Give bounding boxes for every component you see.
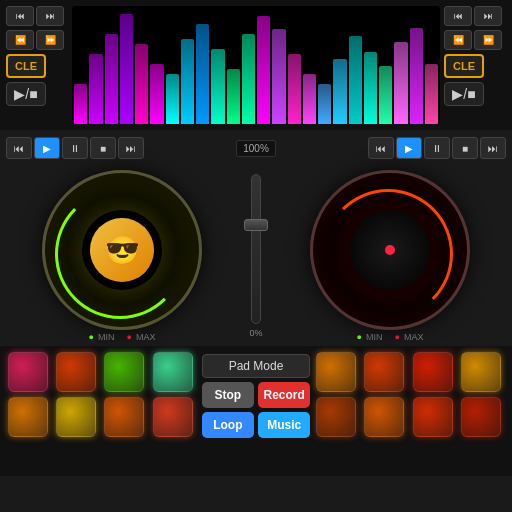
pad-right-0[interactable] [316,352,356,392]
record-button[interactable]: Record [258,382,310,408]
stop-button[interactable]: Stop [202,382,254,408]
max-dot-right: ● [394,332,399,342]
transport-section: ⏮ ▶ ⏸ ■ ⏭ 100% ⏮ ▶ ⏸ ■ ⏭ [0,130,512,166]
pad-left-4[interactable] [8,397,48,437]
vis-bar-16 [318,84,331,124]
slider-pct: 0% [249,328,262,338]
vis-bar-10 [227,69,240,124]
vis-bar-18 [349,36,362,124]
center-dot-right [385,245,395,255]
rewind-btn-right[interactable]: ⏮ [444,6,472,26]
decks-section: 😎 ● MIN ● MAX 0% ● MIN [0,166,512,346]
loop-button[interactable]: Loop [202,412,254,438]
pad-left-7[interactable] [153,397,193,437]
vis-bar-13 [272,29,285,124]
pad-left-2[interactable] [104,352,144,392]
play-pause-right[interactable]: ▶/■ [444,82,484,106]
vis-bar-7 [181,39,194,124]
vis-bar-15 [303,74,316,124]
cle-button-left[interactable]: CLE [6,54,46,78]
t-prev-left[interactable]: ⏮ [6,137,32,159]
vis-bar-21 [394,42,407,124]
transport-left: ⏮ ▶ ⏸ ■ ⏭ [6,137,230,159]
vis-bar-12 [257,16,270,124]
prev-btn-right[interactable]: ⏪ [444,30,472,50]
vis-bar-17 [333,59,346,124]
vis-bar-11 [242,34,255,124]
pad-right-4[interactable] [316,397,356,437]
pad-left-6[interactable] [104,397,144,437]
play-pause-left[interactable]: ▶/■ [6,82,46,106]
vis-bar-19 [364,52,377,124]
t-pause-right[interactable]: ⏸ [424,137,450,159]
vis-bar-0 [74,84,87,124]
music-button[interactable]: Music [258,412,310,438]
pad-left-5[interactable] [56,397,96,437]
min-dot-right: ● [357,332,362,342]
visualizer [72,6,440,124]
t-next-right[interactable]: ⏭ [480,137,506,159]
rewind-btn-left[interactable]: ⏮ [6,6,34,26]
slider-thumb[interactable] [244,219,268,231]
vis-bar-14 [288,54,301,124]
cle-button-right[interactable]: CLE [444,54,484,78]
t-pause-left[interactable]: ⏸ [62,137,88,159]
max-dot-left: ● [126,332,131,342]
t-prev-right[interactable]: ⏮ [368,137,394,159]
next-btn-left[interactable]: ⏩ [36,30,64,50]
vis-bar-20 [379,66,392,124]
control-buttons: Stop Record Loop Music [202,382,311,438]
pad-right-2[interactable] [413,352,453,392]
pad-mode-label: Pad Mode [202,354,311,378]
slider-track [251,174,261,324]
vis-bar-22 [410,28,423,124]
next-btn-right[interactable]: ⏩ [474,30,502,50]
pad-right-7[interactable] [461,397,501,437]
pad-right-5[interactable] [364,397,404,437]
vis-bar-2 [105,34,118,124]
min-label-right: MIN [366,332,383,342]
avatar-left: 😎 [90,218,154,282]
transport-right: ⏮ ▶ ⏸ ■ ⏭ [282,137,506,159]
center-controls: Pad Mode Stop Record Loop Music [202,352,311,438]
t-play-left[interactable]: ▶ [34,137,60,159]
pads-left-grid [8,352,196,437]
ffwd-btn-right[interactable]: ⏭ [474,6,502,26]
vis-bar-23 [425,64,438,124]
t-next-left[interactable]: ⏭ [118,137,144,159]
center-pitch-slider: 0% [236,166,276,346]
min-dot-left: ● [89,332,94,342]
pad-right-3[interactable] [461,352,501,392]
turntable-right[interactable] [310,170,470,330]
pad-left-3[interactable] [153,352,193,392]
pad-left-1[interactable] [56,352,96,392]
vis-bar-9 [211,49,224,124]
max-label-left: MAX [136,332,156,342]
deck-right-controls: ⏮ ⏭ ⏪ ⏩ CLE ▶/■ [444,6,506,124]
t-play-right[interactable]: ▶ [396,137,422,159]
vis-bar-6 [166,74,179,124]
t-stop-right[interactable]: ■ [452,137,478,159]
vis-bar-1 [89,54,102,124]
vis-bar-4 [135,44,148,124]
max-label-right: MAX [404,332,424,342]
bpm-display: 100% [236,140,276,157]
pads-right-grid [316,352,504,437]
vis-bar-8 [196,24,209,124]
pad-right-1[interactable] [364,352,404,392]
vis-bar-5 [150,64,163,124]
top-section: ⏮ ⏭ ⏪ ⏩ CLE ▶/■ ⏮ ⏭ ⏪ ⏩ CLE ▶/■ [0,0,512,130]
turntable-inner-right [350,210,430,290]
deck-left-controls: ⏮ ⏭ ⏪ ⏩ CLE ▶/■ [6,6,68,124]
t-stop-left[interactable]: ■ [90,137,116,159]
turntable-inner-left: 😎 [82,210,162,290]
pad-right-6[interactable] [413,397,453,437]
deck-left: 😎 ● MIN ● MAX [8,170,236,342]
ffwd-btn-left[interactable]: ⏭ [36,6,64,26]
min-label-left: MIN [98,332,115,342]
vis-bar-3 [120,14,133,124]
pads-section: Pad Mode Stop Record Loop Music [0,346,512,476]
pad-left-0[interactable] [8,352,48,392]
turntable-left[interactable]: 😎 [42,170,202,330]
prev-btn-left[interactable]: ⏪ [6,30,34,50]
